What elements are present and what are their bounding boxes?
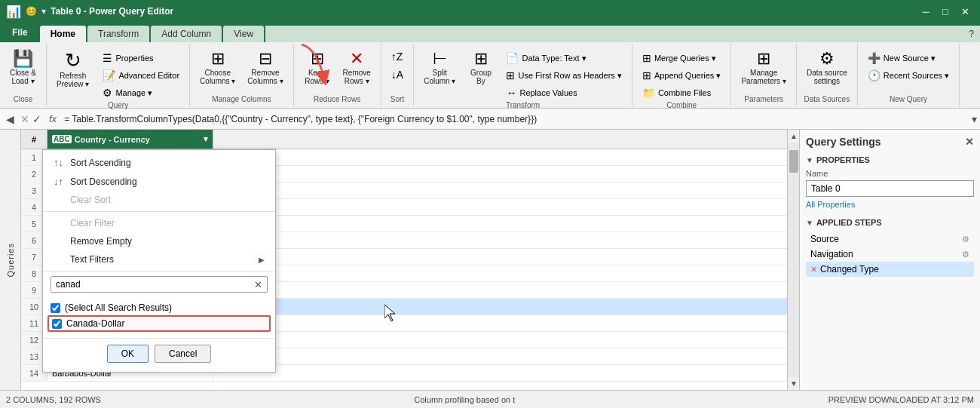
filter-dropdown: ↑↓ Sort Ascending ↓↑ Sort Descending Cle…	[42, 149, 276, 373]
append-queries-button[interactable]: ⊞ Append Queries ▾	[637, 67, 727, 84]
window-controls[interactable]: ─ □ ✕	[917, 2, 974, 20]
group-by-icon: ⊞	[474, 51, 488, 67]
remove-empty-label: Remove Empty	[70, 236, 132, 247]
canada-dollar-checkbox[interactable]	[52, 319, 62, 329]
applied-steps-chevron: ▼	[806, 219, 813, 227]
tab-file[interactable]: File	[0, 23, 40, 42]
query-settings-close-btn[interactable]: ✕	[965, 136, 974, 148]
new-source-button[interactable]: ➕ New Source ▾	[862, 50, 954, 66]
merge-queries-icon: ⊞	[642, 52, 651, 64]
manage-params-button[interactable]: ⊞ ManageParameters ▾	[736, 48, 791, 87]
main-area: Queries # ABC Country - Currency ▾ 1 Afg…	[0, 130, 980, 390]
country-currency-header[interactable]: ABC Country - Currency ▾	[47, 130, 213, 149]
sort-descending-label: Sort Descending	[70, 176, 137, 187]
minimize-btn[interactable]: ─	[917, 2, 935, 20]
choose-columns-icon: ⊞	[211, 51, 225, 67]
properties-section-label: PROPERTIES	[816, 155, 870, 164]
vertical-scrollbar[interactable]: ▲ ▼	[787, 130, 799, 390]
sort-group-label: Sort	[390, 95, 404, 105]
sort-ascending-item[interactable]: ↑↓ Sort Ascending	[43, 153, 275, 172]
filter-search-clear[interactable]: ✕	[250, 279, 267, 290]
tab-transform[interactable]: Transform	[87, 26, 149, 42]
data-type-button[interactable]: 📄 Data Type: Text ▾	[501, 50, 626, 66]
col-header-label: Country - Currency	[75, 135, 150, 144]
filter-search-input[interactable]	[51, 277, 250, 292]
formula-nav-prev[interactable]: ◀	[3, 113, 17, 125]
keep-rows-icon: ⊞	[311, 51, 324, 67]
remove-empty-item[interactable]: Remove Empty	[43, 232, 275, 250]
filter-ok-button[interactable]: OK	[107, 345, 149, 363]
recent-sources-button[interactable]: 🕐 Recent Sources ▾	[862, 67, 954, 84]
remove-rows-button[interactable]: ✕ RemoveRows ▾	[338, 48, 376, 87]
step-source[interactable]: Source ⚙	[806, 232, 974, 247]
canada-dollar-item[interactable]: Canada-Dollar	[47, 315, 271, 332]
sort-za-button[interactable]: ↓A	[386, 66, 409, 83]
choose-columns-button[interactable]: ⊞ ChooseColumns ▾	[194, 48, 240, 87]
properties-section: ▼ PROPERTIES Name All Properties	[806, 155, 974, 209]
data-source-settings-icon: ⚙	[819, 51, 835, 67]
formula-input[interactable]	[64, 114, 969, 124]
title-bar-left: 📊 😊 ▾ Table 0 - Power Query Editor	[6, 5, 173, 19]
ribbon-group-new-query: ➕ New Source ▾ 🕐 Recent Sources ▾ New Qu…	[858, 44, 960, 106]
ribbon-group-close: 💾 Close &Load ▾ Close	[0, 44, 47, 106]
ribbon-group-query: ↻ RefreshPreview ▾ ☰ Properties 📝 Advanc…	[47, 44, 190, 106]
use-first-row-button[interactable]: ⊞ Use First Row as Headers ▾	[501, 67, 626, 84]
select-all-item[interactable]: (Select All Search Results)	[51, 300, 268, 315]
tab-view[interactable]: View	[223, 26, 264, 42]
help-btn[interactable]: ?	[963, 26, 980, 42]
text-filters-label: Text Filters	[70, 254, 114, 265]
merge-queries-button[interactable]: ⊞ Merge Queries ▾	[637, 50, 727, 66]
sort-az-button[interactable]: ↑Z	[386, 48, 409, 65]
tab-add-column[interactable]: Add Column	[151, 26, 222, 42]
append-queries-icon: ⊞	[642, 69, 651, 81]
properties-section-header[interactable]: ▼ PROPERTIES	[806, 155, 974, 164]
split-column-button[interactable]: ⊢ SplitColumn ▾	[418, 48, 461, 87]
remove-columns-button[interactable]: ⊟ RemoveColumns ▾	[242, 48, 288, 87]
status-preview-time: PREVIEW DOWNLOADED AT 3:12 PM	[828, 395, 974, 404]
all-properties-link[interactable]: All Properties	[806, 200, 974, 209]
formula-cancel-icon[interactable]: ✕	[20, 113, 29, 125]
step-changed-type-del[interactable]: ✕	[810, 265, 817, 275]
sort-descending-item[interactable]: ↓↑ Sort Descending	[43, 172, 275, 191]
properties-button[interactable]: ☰ Properties	[97, 50, 185, 66]
remove-columns-icon: ⊟	[259, 51, 272, 67]
group-by-button[interactable]: ⊞ GroupBy	[464, 48, 498, 87]
scroll-thumb[interactable]	[789, 150, 798, 173]
scroll-track[interactable]	[788, 143, 799, 377]
select-all-checkbox[interactable]	[51, 303, 60, 313]
combine-files-button[interactable]: 📁 Combine Files	[637, 84, 727, 101]
advanced-editor-button[interactable]: 📝 Advanced Editor	[97, 67, 185, 84]
formula-confirm-icon[interactable]: ✓	[32, 113, 41, 125]
col-filter-icon[interactable]: ▾	[204, 134, 208, 144]
scroll-up-btn[interactable]: ▲	[788, 130, 799, 143]
formula-bar: ◀ ✕ ✓ fx ▾	[0, 109, 980, 130]
applied-steps-header[interactable]: ▼ APPLIED STEPS	[806, 218, 974, 227]
window-title: Table 0 - Power Query Editor	[51, 6, 173, 17]
query-name-input[interactable]	[806, 180, 974, 197]
step-changed-type[interactable]: ✕ Changed Type	[806, 262, 974, 277]
select-all-label: (Select All Search Results)	[65, 302, 172, 313]
clear-filter-item: Clear Filter	[43, 214, 275, 232]
replace-values-button[interactable]: ↔ Replace Values	[501, 84, 626, 101]
group-by-label: GroupBy	[470, 69, 492, 85]
scroll-down-btn[interactable]: ▼	[788, 377, 799, 390]
step-source-settings-icon[interactable]: ⚙	[962, 235, 969, 244]
manage-columns-content: ⊞ ChooseColumns ▾ ⊟ RemoveColumns ▾	[194, 45, 289, 95]
text-filters-item[interactable]: Text Filters ▶	[43, 250, 275, 268]
refresh-preview-button[interactable]: ↻ RefreshPreview ▾	[51, 48, 94, 90]
keep-rows-button[interactable]: ⊞ KeepRows ▾	[299, 48, 336, 87]
formula-expand-icon[interactable]: ▾	[972, 113, 977, 125]
status-bar: 2 COLUMNS, 192 ROWS Column profiling bas…	[0, 390, 980, 408]
filter-cancel-button[interactable]: Cancel	[155, 345, 211, 363]
filter-search-box[interactable]: ✕	[51, 276, 268, 293]
step-navigation-settings-icon[interactable]: ⚙	[962, 250, 969, 259]
clear-sort-label: Clear Sort	[70, 195, 111, 205]
status-profiling: Column profiling based on t	[414, 395, 515, 404]
data-source-settings-button[interactable]: ⚙ Data sourcesettings	[801, 48, 853, 87]
manage-button[interactable]: ⚙ Manage ▾	[97, 84, 185, 101]
close-load-button[interactable]: 💾 Close &Load ▾	[5, 48, 41, 87]
tab-home[interactable]: Home	[40, 26, 86, 42]
step-navigation[interactable]: Navigation ⚙	[806, 247, 974, 262]
close-btn[interactable]: ✕	[956, 2, 974, 20]
maximize-btn[interactable]: □	[936, 2, 954, 20]
